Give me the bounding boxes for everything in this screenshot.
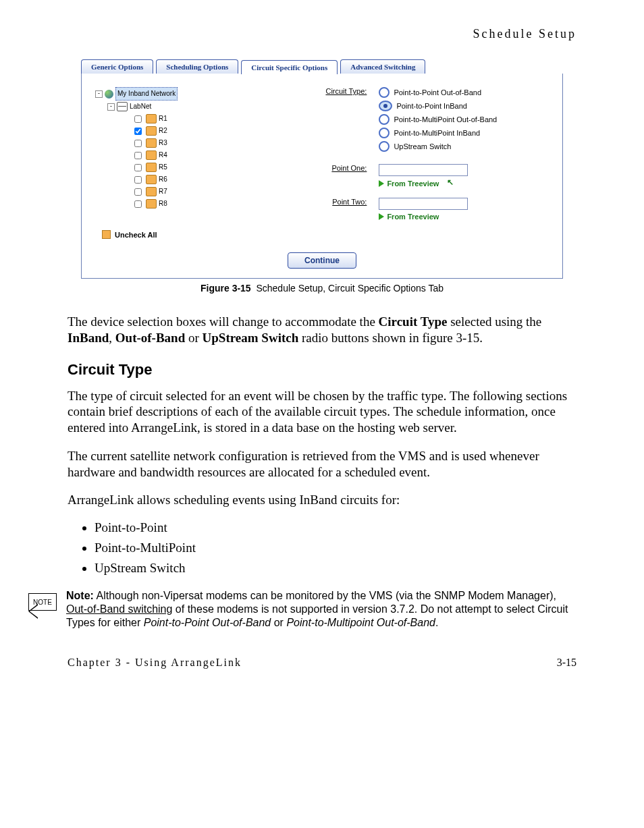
point-two-input[interactable] <box>379 198 468 210</box>
tree-leaf-checkbox[interactable] <box>134 200 142 208</box>
radio-icon[interactable] <box>379 128 390 138</box>
tree-leaf[interactable]: R8 <box>95 198 299 210</box>
tree-leaf-label: R3 <box>159 137 167 149</box>
tree-leaf[interactable]: R3 <box>95 137 299 149</box>
uncheck-all-button[interactable]: Uncheck All <box>102 230 299 239</box>
figure-caption: Figure 3-15 Schedule Setup, Circuit Spec… <box>68 283 576 294</box>
tree-leaf-label: R7 <box>159 186 167 198</box>
from-treeview-label: From Treeview <box>387 180 439 188</box>
circuit-type-radio[interactable]: Point-to-Point InBand <box>379 101 497 111</box>
from-treeview-label: From Treeview <box>387 213 439 221</box>
paragraph: The current satellite network configurat… <box>68 448 576 480</box>
point-one-input[interactable] <box>379 164 468 176</box>
tab-bar: Generic Options Scheduling Options Circu… <box>81 57 563 74</box>
radio-label: Point-to-MultiPoint InBand <box>394 129 480 137</box>
circuit-type-radio[interactable]: Point-to-MultiPoint Out-of-Band <box>379 114 497 125</box>
point-two-label: Point Two: <box>299 198 367 221</box>
network-icon <box>117 102 128 111</box>
tree-leaf[interactable]: R6 <box>95 173 299 186</box>
device-icon <box>146 175 157 184</box>
device-icon <box>146 187 157 196</box>
section-heading-circuit-type: Circuit Type <box>68 361 576 379</box>
tree-leaf-label: R8 <box>159 198 167 210</box>
tree-leaf-checkbox[interactable] <box>134 128 142 135</box>
tree-leaf-checkbox[interactable] <box>134 152 142 159</box>
circuit-type-radio[interactable]: Point-to-Point Out-of-Band <box>379 87 497 98</box>
page-footer: Chapter 3 - Using ArrangeLink 3-15 <box>68 657 576 669</box>
schedule-setup-screenshot: Generic Options Scheduling Options Circu… <box>68 57 576 279</box>
uncheck-all-label: Uncheck All <box>115 231 157 239</box>
paragraph: The device selection boxes will change t… <box>68 314 576 346</box>
tree-leaf-checkbox[interactable] <box>134 140 142 147</box>
circuit-type-radios: Point-to-Point Out-of-BandPoint-to-Point… <box>379 87 497 152</box>
tree-leaf-label: R5 <box>159 161 167 173</box>
tree-leaf-label: R1 <box>159 113 167 125</box>
paragraph: The type of circuit selected for an even… <box>68 388 576 436</box>
tree-expander-icon[interactable]: - <box>107 103 115 111</box>
paragraph: ArrangeLink allows scheduling events usi… <box>68 492 576 508</box>
point-two-from-treeview-link[interactable]: From Treeview <box>379 213 468 221</box>
tree-leaf-checkbox[interactable] <box>134 164 142 171</box>
tab-generic-options[interactable]: Generic Options <box>81 59 153 74</box>
device-icon <box>146 199 157 209</box>
tree-leaf-checkbox[interactable] <box>134 188 142 196</box>
tree-leaf[interactable]: R5 <box>95 161 299 173</box>
tree-leaf-checkbox[interactable] <box>134 176 142 184</box>
device-icon <box>146 138 157 148</box>
circuit-type-label: Circuit Type: <box>299 87 367 152</box>
radio-label: Point-to-MultiPoint Out-of-Band <box>394 115 497 123</box>
radio-label: Point-to-Point Out-of-Band <box>394 88 481 96</box>
tab-scheduling-options[interactable]: Scheduling Options <box>156 59 238 74</box>
radio-label: Point-to-Point InBand <box>396 102 467 110</box>
globe-icon <box>105 90 113 99</box>
tree-leaf[interactable]: R1 <box>95 113 299 125</box>
play-icon <box>379 180 384 187</box>
tree-leaf-checkbox[interactable] <box>134 115 142 123</box>
device-icon <box>146 150 157 160</box>
circuit-type-radio[interactable]: Point-to-MultiPoint InBand <box>379 128 497 138</box>
cursor-icon: ↖ <box>447 177 454 187</box>
tree-leaf[interactable]: R2 <box>95 125 299 137</box>
circuit-type-radio[interactable]: UpStream Switch <box>379 141 497 152</box>
tree-leaf[interactable]: R7 <box>95 186 299 198</box>
tab-advanced-switching[interactable]: Advanced Switching <box>340 59 425 74</box>
tab-circuit-specific-options[interactable]: Circuit Specific Options <box>241 60 338 74</box>
device-icon <box>146 126 157 136</box>
tree-leaf-label: R2 <box>159 125 167 137</box>
note-icon: NOTE <box>27 593 57 619</box>
tree-root-label[interactable]: My Inband Network <box>115 87 178 101</box>
radio-icon[interactable] <box>379 141 390 152</box>
footer-chapter: Chapter 3 - Using ArrangeLink <box>68 657 242 669</box>
play-icon <box>379 213 384 220</box>
radio-icon[interactable] <box>379 114 390 125</box>
tree-sub-label[interactable]: LabNet <box>130 101 151 113</box>
list-item: Point-to-Point <box>95 520 576 535</box>
tree-leaf[interactable]: R4 <box>95 149 299 161</box>
tree-expander-icon[interactable]: - <box>95 90 103 98</box>
circuit-bullet-list: Point-to-PointPoint-to-MultiPointUpStrea… <box>95 520 576 576</box>
continue-button[interactable]: Continue <box>288 252 356 269</box>
radio-icon[interactable] <box>379 101 392 111</box>
device-tree[interactable]: - My Inband Network - LabNet R1R2R3R4R5R… <box>95 87 299 210</box>
device-icon <box>146 163 157 172</box>
footer-page-number: 3-15 <box>557 657 576 669</box>
uncheck-all-icon <box>102 230 111 239</box>
list-item: Point-to-MultiPoint <box>95 541 576 555</box>
tree-leaf-label: R4 <box>159 149 167 161</box>
tree-leaf-label: R6 <box>159 173 167 186</box>
list-item: UpStream Switch <box>95 561 576 576</box>
running-header: Schedule Setup <box>68 27 576 41</box>
radio-icon[interactable] <box>379 87 390 98</box>
device-icon <box>146 114 157 123</box>
note-block: NOTE Note: Although non-Vipersat modems … <box>68 589 576 630</box>
point-one-label: Point One: <box>299 164 367 188</box>
radio-label: UpStream Switch <box>394 142 451 150</box>
point-one-from-treeview-link[interactable]: From Treeview ↖ <box>379 179 468 188</box>
